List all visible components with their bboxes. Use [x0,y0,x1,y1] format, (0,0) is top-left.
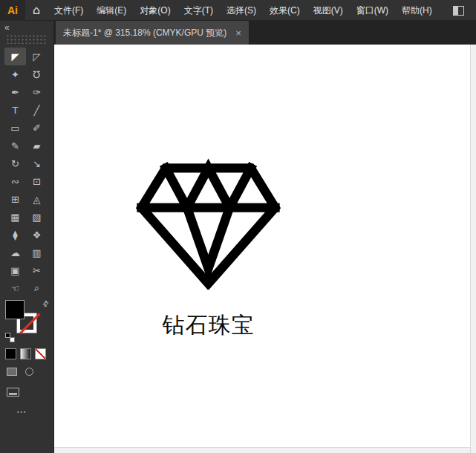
blend-tool-icon: ❖ [33,229,42,241]
hand-tool[interactable]: ☜ [4,279,26,297]
menu-type[interactable]: 文字(T) [177,0,220,21]
color-mode-buttons [5,348,46,359]
zoom-tool-icon: ⌕ [34,282,39,294]
fill-color-swatch[interactable] [5,300,25,319]
selection-tool-icon: ◤ [12,51,19,62]
document-tab-label: 未标题-1* @ 315.18% (CMYK/GPU 预览) [63,27,226,39]
swap-fill-stroke-icon[interactable]: ⇄ [40,299,50,309]
magic-wand-tool-icon: ✦ [11,69,19,80]
color-swatches: ⇄ [5,300,50,343]
menubar: Ai ⌂ 文件(F)编辑(E)对象(O)文字(T)选择(S)效果(C)视图(V)… [0,0,476,21]
gradient-tool-icon: ▨ [32,212,41,223]
document-tabbar: 未标题-1* @ 315.18% (CMYK/GPU 预览) × [54,21,476,45]
color-button[interactable] [5,348,16,359]
eyedropper-tool[interactable]: ⧫ [4,226,26,244]
lasso-tool-icon: ℧ [33,69,41,80]
diamond-crown-facets [166,168,251,207]
gradient-tool[interactable]: ▨ [26,208,48,226]
collapse-panel-icon[interactable]: « [4,22,9,33]
vertical-scrollbar[interactable] [470,45,476,453]
width-tool-icon: ∾ [11,176,19,187]
curvature-tool-icon: ✑ [33,87,41,98]
panel-drag-handle[interactable] [6,34,48,44]
app-logo: Ai [0,0,25,21]
workspace-switcher-icon[interactable] [453,6,464,16]
mesh-tool-icon: ▦ [10,212,19,223]
tab-close-icon[interactable]: × [235,28,241,38]
type-tool[interactable]: T [4,101,26,119]
rectangle-tool-icon: ▭ [10,123,19,134]
tools-panel: « ◤◸✦℧✒✑T╱▭✐✎▰↻↘∾⊡⊞◬▦▨⧫❖☁▥▣✂☜⌕ ⇄ ⋯ [0,21,54,453]
direct-selection-tool[interactable]: ◸ [26,48,48,65]
shaper-tool[interactable]: ✎ [4,137,26,154]
type-tool-icon: T [13,105,19,116]
shape-builder-tool-icon: ⊞ [11,194,19,205]
direct-selection-tool-icon: ◸ [33,51,41,62]
change-screen-mode-button[interactable] [7,388,19,397]
blend-tool[interactable]: ❖ [26,226,48,244]
slice-tool-icon: ✂ [33,265,41,276]
shaper-tool-icon: ✎ [11,140,19,151]
column-graph-tool[interactable]: ▥ [26,244,48,261]
artboard-tool[interactable]: ▣ [4,261,26,279]
menu-select[interactable]: 选择(S) [220,0,263,21]
perspective-grid-tool-icon: ◬ [33,194,41,205]
symbol-sprayer-tool-icon: ☁ [10,247,20,258]
menu-items: 文件(F)编辑(E)对象(O)文字(T)选择(S)效果(C)视图(V)窗口(W)… [48,0,439,20]
column-graph-tool-icon: ▥ [32,247,41,258]
eyedropper-tool-icon: ⧫ [13,229,17,241]
eraser-tool-icon: ▰ [33,140,41,151]
gradient-button[interactable] [20,348,31,359]
canvas-area[interactable]: 钻石珠宝 [54,45,470,447]
magic-wand-tool[interactable]: ✦ [4,65,26,83]
menu-edit[interactable]: 编辑(E) [90,0,133,21]
diamond-pavilion-facets [187,208,229,269]
menu-window[interactable]: 窗口(W) [350,0,395,21]
perspective-grid-tool[interactable]: ◬ [26,190,48,208]
scale-tool-icon: ↘ [33,158,41,169]
rotate-tool[interactable]: ↻ [4,154,26,172]
rectangle-tool[interactable]: ▭ [4,119,26,137]
zoom-tool[interactable]: ⌕ [26,279,48,297]
illustrator-window: Ai ⌂ 文件(F)编辑(E)对象(O)文字(T)选择(S)效果(C)视图(V)… [0,0,476,453]
eraser-tool[interactable]: ▰ [26,137,48,154]
mesh-tool[interactable]: ▦ [4,208,26,226]
curvature-tool[interactable]: ✑ [26,83,48,101]
default-fill-stroke-button[interactable] [5,333,15,342]
menu-object[interactable]: 对象(O) [133,0,177,21]
menu-help[interactable]: 帮助(H) [395,0,439,21]
menu-file[interactable]: 文件(F) [48,0,90,21]
logo-text[interactable]: 钻石珠宝 [125,310,292,341]
scale-tool[interactable]: ↘ [26,154,48,172]
default-fill-icon [5,333,10,338]
home-button[interactable]: ⌂ [25,0,48,21]
draw-normal-mode-icon[interactable] [7,368,17,376]
free-transform-tool[interactable]: ⊡ [26,172,48,190]
home-icon: ⌂ [33,3,40,17]
line-segment-tool-icon: ╱ [34,105,40,116]
paintbrush-tool-icon: ✐ [33,123,41,134]
diamond-logo-graphic[interactable] [132,156,284,290]
slice-tool[interactable]: ✂ [26,261,48,279]
lasso-tool[interactable]: ℧ [26,65,48,83]
document-tab[interactable]: 未标题-1* @ 315.18% (CMYK/GPU 预览) × [56,21,250,45]
selection-tool[interactable]: ◤ [4,48,26,65]
width-tool[interactable]: ∾ [4,172,26,190]
line-segment-tool[interactable]: ╱ [26,101,48,119]
artboard-tool-icon: ▣ [10,265,19,276]
menu-view[interactable]: 视图(V) [307,0,350,21]
default-stroke-icon [10,337,15,342]
menu-effect[interactable]: 效果(C) [263,0,307,21]
symbol-sprayer-tool[interactable]: ☁ [4,244,26,261]
drawing-mode-buttons [7,368,33,376]
rotate-tool-icon: ↻ [11,158,19,169]
paintbrush-tool[interactable]: ✐ [26,119,48,137]
hand-tool-icon: ☜ [11,283,20,294]
pen-tool[interactable]: ✒ [4,83,26,101]
shape-builder-tool[interactable]: ⊞ [4,190,26,208]
horizontal-scrollbar[interactable] [54,447,470,453]
edit-toolbar-ellipsis[interactable]: ⋯ [16,405,27,417]
pen-tool-icon: ✒ [11,87,19,98]
none-button[interactable] [35,348,46,359]
draw-inside-mode-icon[interactable] [25,368,33,376]
